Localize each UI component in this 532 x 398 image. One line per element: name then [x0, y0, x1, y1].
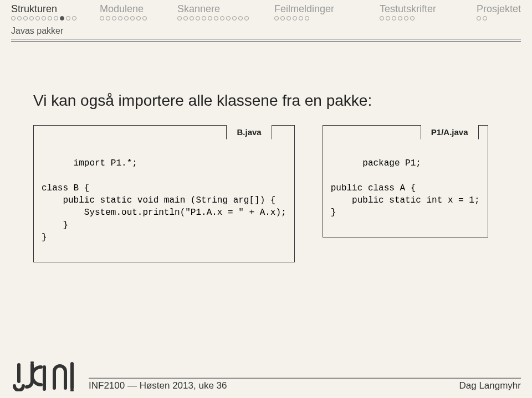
progress-dot: [48, 16, 52, 20]
nav-label: Prosjektet: [477, 3, 521, 15]
footer-right-text: Dag Langmyhr: [459, 380, 521, 391]
nav-progress: [11, 16, 100, 20]
progress-dot: [483, 16, 487, 20]
slide-heading: Vi kan også importere alle klassene fra …: [33, 92, 499, 110]
code-block-b-java: B.java import P1.*; class B { public sta…: [33, 125, 295, 262]
progress-dot: [392, 16, 396, 20]
progress-dot: [299, 16, 303, 20]
progress-dot: [220, 16, 224, 20]
progress-dot: [386, 16, 390, 20]
progress-dot: [136, 16, 141, 20]
progress-dot: [202, 16, 206, 20]
progress-dot: [42, 16, 46, 20]
progress-dot: [280, 16, 285, 20]
progress-dot: [35, 16, 40, 20]
nav-label: Skannere: [177, 3, 274, 15]
progress-dot: [118, 16, 122, 20]
progress-dot: [244, 16, 249, 20]
progress-dot: [142, 16, 147, 20]
code-block-p1-a-java: P1/A.java package P1; public class A { p…: [323, 125, 488, 237]
nav-item-5[interactable]: Prosjektet: [477, 3, 521, 20]
nav-progress: [274, 16, 380, 20]
progress-dot: [66, 16, 70, 20]
nav-item-0[interactable]: Strukturen: [11, 3, 100, 20]
nav-sections: StrukturenModuleneSkannereFeilmeldingerT…: [0, 0, 532, 20]
content-area: Vi kan også importere alle klassene fra …: [0, 42, 532, 262]
filename-tab-left: B.java: [226, 125, 272, 139]
progress-dot: [124, 16, 129, 20]
code-text-right: package P1; public class A { public stat…: [331, 158, 480, 218]
progress-dot: [23, 16, 28, 20]
nav-progress: [100, 16, 177, 20]
progress-dot: [305, 16, 309, 20]
progress-dot: [196, 16, 200, 20]
footer-left-text: INF2100 — Høsten 2013, uke 36: [89, 380, 227, 391]
nav-label: Strukturen: [11, 3, 100, 15]
progress-dot: [398, 16, 402, 20]
progress-dot: [226, 16, 231, 20]
progress-dot: [106, 16, 110, 20]
progress-dot: [130, 16, 135, 20]
progress-dot: [274, 16, 279, 20]
progress-dot: [29, 16, 34, 20]
nav-progress: [380, 16, 477, 20]
nav-label: Feilmeldinger: [274, 3, 380, 15]
logo-icon: [11, 361, 78, 391]
code-row: B.java import P1.*; class B { public sta…: [33, 125, 499, 262]
progress-dot: [177, 16, 182, 20]
nav-label: Modulene: [100, 3, 177, 15]
progress-dot: [183, 16, 188, 20]
progress-dot: [287, 16, 291, 20]
progress-dot: [72, 16, 76, 20]
filename-tab-right: P1/A.java: [421, 125, 479, 139]
nav-item-2[interactable]: Skannere: [177, 3, 274, 20]
nav-item-1[interactable]: Modulene: [100, 3, 177, 20]
progress-dot: [17, 16, 22, 20]
progress-dot: [11, 16, 16, 20]
progress-dot: [477, 16, 481, 20]
nav-progress: [477, 16, 521, 20]
progress-dot: [100, 16, 104, 20]
progress-dot: [410, 16, 415, 20]
nav-item-4[interactable]: Testutskrifter: [380, 3, 477, 20]
progress-dot: [54, 16, 58, 20]
header-divider-thin: [11, 39, 521, 40]
progress-dot: [238, 16, 243, 20]
progress-dot: [380, 16, 384, 20]
code-text-left: import P1.*; class B { public static voi…: [42, 158, 287, 242]
progress-dot: [60, 16, 64, 20]
nav-label: Testutskrifter: [380, 3, 477, 15]
progress-dot: [404, 16, 408, 20]
nav-progress: [177, 16, 274, 20]
progress-dot: [112, 16, 116, 20]
subsection-label: Javas pakker: [0, 20, 532, 39]
progress-dot: [208, 16, 212, 20]
nav-item-3[interactable]: Feilmeldinger: [274, 3, 380, 20]
progress-dot: [214, 16, 218, 20]
progress-dot: [232, 16, 237, 20]
footer: INF2100 — Høsten 2013, uke 36 Dag Langmy…: [0, 355, 532, 398]
progress-dot: [293, 16, 297, 20]
progress-dot: [190, 16, 194, 20]
footer-divider-thick: [89, 378, 521, 379]
